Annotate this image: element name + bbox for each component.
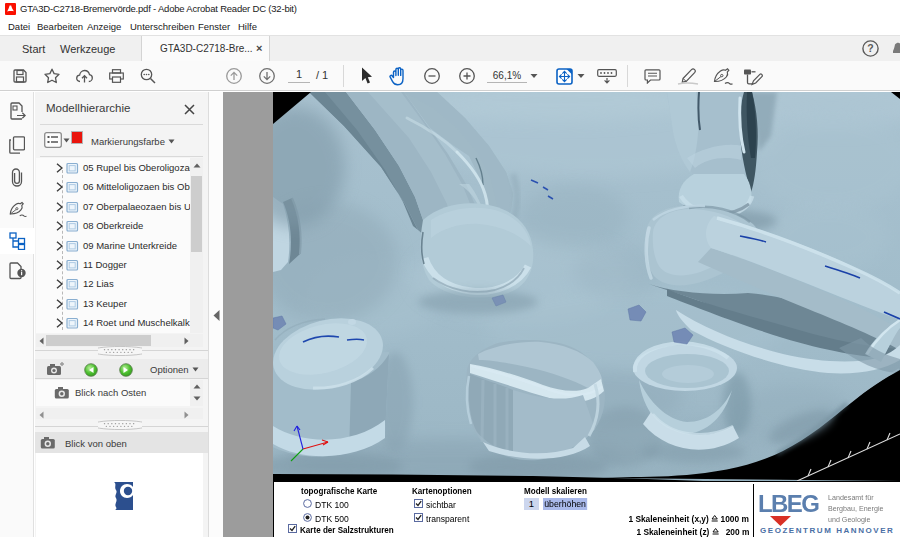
svg-text:?: ?: [867, 42, 873, 54]
